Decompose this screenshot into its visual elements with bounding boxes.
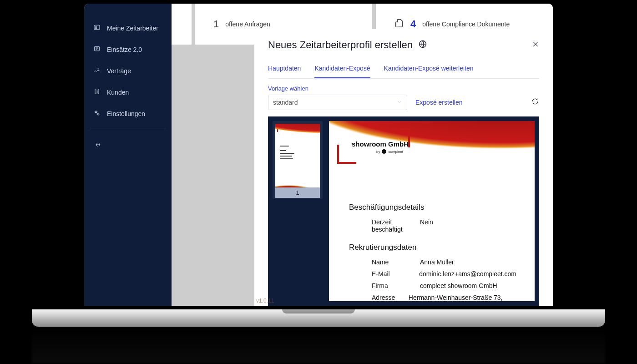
document-content: Beschäftigungsdetails Derzeit beschäftig… xyxy=(349,203,516,301)
svg-point-5 xyxy=(97,113,99,115)
modal-close-button[interactable] xyxy=(532,40,539,50)
row-name: Name Anna Müller xyxy=(349,258,516,266)
section-heading-recruiting: Rekrutierungsdaten xyxy=(349,243,516,252)
version-label: v1.0.11 xyxy=(268,298,274,304)
thumbnail-panel: 1 v1.0.11 xyxy=(273,121,323,301)
controls-row: Vorlage wählen standard Exposé erstellen xyxy=(268,85,539,110)
building-icon xyxy=(93,88,101,96)
svg-point-1 xyxy=(96,26,97,28)
template-select[interactable]: standard xyxy=(268,95,407,110)
sidebar-item-zeitarbeiter[interactable]: Meine Zeitarbeiter xyxy=(84,17,172,39)
row-currently-employed: Derzeit beschäftigt Nein xyxy=(349,218,516,233)
page-thumbnail-1[interactable]: 1 xyxy=(273,121,323,199)
row-email: E-Mail dominic.lenz+ams@compleet.com xyxy=(349,270,516,278)
collapse-icon xyxy=(93,142,102,150)
open-requests-text: offene Anfragen xyxy=(225,20,270,28)
compliance-count: 4 xyxy=(410,18,416,30)
template-selected-value: standard xyxy=(273,99,298,106)
sidebar-item-einstellungen[interactable]: Einstellungen xyxy=(84,103,172,124)
sidebar-collapse-button[interactable] xyxy=(84,135,172,157)
thumbnail-preview xyxy=(275,124,320,187)
svg-rect-0 xyxy=(94,25,100,29)
laptop-reflection xyxy=(32,327,605,363)
create-profile-modal: Neues Zeitarbeiterprofil erstellen Haupt… xyxy=(254,29,553,306)
sidebar-item-einsaetze[interactable]: Einsätze 2.0 xyxy=(84,39,172,60)
svg-rect-3 xyxy=(95,89,99,94)
brand-byline: by compleet xyxy=(376,149,403,154)
modal-title: Neues Zeitarbeiterprofil erstellen xyxy=(268,39,413,51)
gears-icon xyxy=(93,109,101,118)
row-address: Adresse Hermann-Weinhauser-Straße 73, 81… xyxy=(349,294,516,301)
open-requests-count: 1 xyxy=(213,18,219,30)
laptop-base xyxy=(32,309,605,327)
sidebar-item-label: Kunden xyxy=(107,89,129,96)
refresh-button[interactable] xyxy=(531,97,539,107)
thumbnail-page-number: 1 xyxy=(275,187,320,198)
main-area: 1 offene Anfragen 4 offene Compliance Do… xyxy=(172,4,553,306)
id-card-icon xyxy=(93,24,101,32)
close-icon xyxy=(532,41,539,49)
chevron-down-icon xyxy=(397,99,402,106)
create-expose-button[interactable]: Exposé erstellen xyxy=(415,99,463,106)
template-label: Vorlage wählen xyxy=(268,85,539,92)
signature-icon xyxy=(93,66,101,75)
sidebar-item-label: Einstellungen xyxy=(107,110,145,117)
sidebar-item-label: Einsätze 2.0 xyxy=(107,46,142,53)
tab-hauptdaten[interactable]: Hauptdaten xyxy=(268,65,301,78)
modal-tabs: Hauptdaten Kandidaten-Exposé Kandidaten-… xyxy=(268,65,539,79)
svg-point-4 xyxy=(95,111,97,113)
sidebar: Meine Zeitarbeiter Einsätze 2.0 Verträge… xyxy=(84,4,172,306)
row-company: Firma compleet showroom GmbH xyxy=(349,282,516,289)
document-icon xyxy=(394,18,404,30)
modal-header: Neues Zeitarbeiterprofil erstellen xyxy=(268,39,539,51)
compliance-text: offene Compliance Dokumente xyxy=(422,20,510,28)
brand-dot-icon xyxy=(382,149,386,154)
sidebar-divider xyxy=(90,128,166,128)
sidebar-item-vertraege[interactable]: Verträge xyxy=(84,60,172,81)
document-area: 1 v1.0.11 showroom GmbH by xyxy=(268,116,539,306)
section-heading-employment: Beschäftigungsdetails xyxy=(349,203,516,212)
banner-spacer-left xyxy=(172,4,192,45)
sidebar-item-kunden[interactable]: Kunden xyxy=(84,81,172,103)
tab-kandidaten-expose[interactable]: Kandidaten-Exposé xyxy=(314,65,370,78)
brand-name: showroom GmbH xyxy=(352,140,409,148)
globe-icon[interactable] xyxy=(418,40,427,51)
refresh-icon xyxy=(531,99,539,107)
list-icon xyxy=(93,45,101,54)
sidebar-item-label: Verträge xyxy=(107,67,131,75)
document-page: showroom GmbH by compleet Beschäftigungs… xyxy=(329,121,535,301)
tab-expose-weiterleiten[interactable]: Kandidaten-Exposé weiterleiten xyxy=(384,65,474,78)
brand-logo: showroom GmbH by compleet xyxy=(337,128,410,164)
sidebar-item-label: Meine Zeitarbeiter xyxy=(107,25,158,32)
